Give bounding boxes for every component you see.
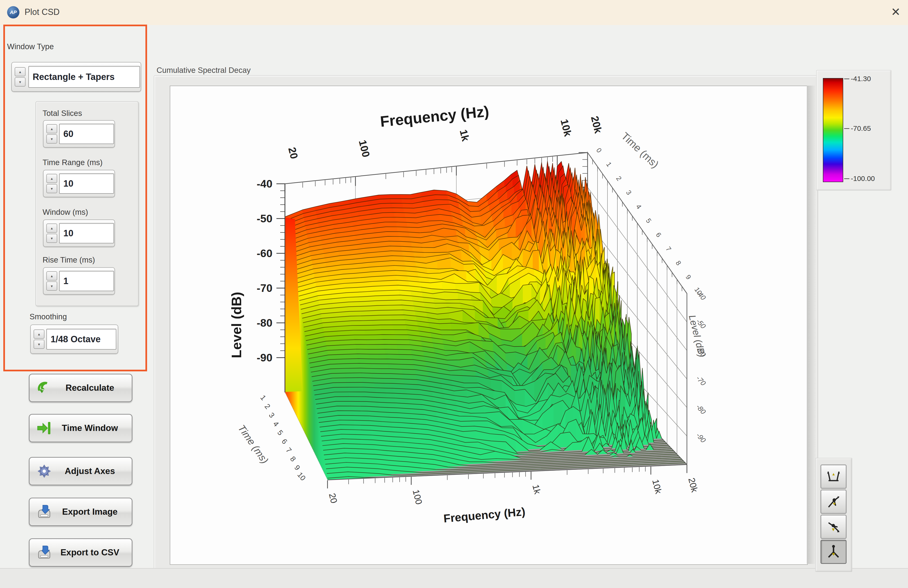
time-tick-label-left: 5 — [276, 429, 285, 437]
frequency-tick-label-front: 20k — [686, 477, 700, 494]
fit-axes-icon — [825, 468, 842, 485]
time-tick-label-right: 5 — [644, 217, 653, 224]
level-tick-label: -60 — [257, 247, 272, 259]
time-tick-label-left: 7 — [284, 446, 293, 454]
rise-time-value[interactable]: 1 — [59, 271, 114, 291]
smoothing-dropdown[interactable]: ▲▼ 1/48 Octave — [30, 324, 118, 354]
export-csv-button[interactable]: Export to CSV — [29, 538, 132, 567]
rise-time-control[interactable]: ▲▼ 1 — [43, 267, 115, 295]
time-axis-title-left: Time (ms) — [236, 423, 271, 466]
total-slices-control[interactable]: ▲▼ 60 — [43, 120, 115, 148]
frequency-tick-label-top: 20k — [589, 115, 604, 135]
colorbar-panel: -41.30 -70.65 -100.00 — [816, 70, 892, 191]
window-type-value[interactable]: Rectangle + Tapers — [28, 66, 140, 88]
time-window-button-label: Time Window — [53, 423, 132, 433]
rotate-view-yx-button[interactable] — [821, 515, 847, 539]
colorbar-max-label: -41.30 — [844, 75, 871, 83]
spin-down-icon[interactable]: ▼ — [46, 184, 57, 193]
frequency-tick-label-top: 100 — [357, 139, 372, 158]
window-type-label: Window Type — [7, 42, 54, 51]
time-tick-label-left: 6 — [280, 437, 289, 446]
time-tick-label-left: 2 — [263, 402, 272, 411]
status-bar — [0, 568, 908, 588]
close-icon[interactable]: ✕ — [888, 4, 903, 19]
window-ms-label: Window (ms) — [43, 208, 88, 217]
frequency-tick-label-front: 10k — [650, 478, 664, 495]
level-tick-label-right: -80 — [695, 403, 707, 416]
total-slices-value[interactable]: 60 — [59, 124, 114, 144]
time-tick-label-right: 6 — [654, 231, 663, 238]
rise-time-label: Rise Time (ms) — [43, 255, 95, 264]
time-tick-label-left: 10 — [296, 471, 307, 482]
rotate-view-xy-button[interactable] — [821, 490, 847, 514]
spin-up-icon[interactable]: ▲ — [46, 224, 57, 233]
frequency-tick-label-top: 1k — [457, 129, 472, 143]
time-range-label: Time Range (ms) — [43, 158, 103, 167]
fit-axes-view-button[interactable] — [821, 464, 847, 489]
frequency-tick-label-top: 10k — [559, 118, 574, 138]
spin-down-icon[interactable]: ▼ — [46, 234, 57, 243]
total-slices-label: Total Slices — [43, 109, 82, 118]
spin-up-icon[interactable]: ▲ — [46, 174, 57, 183]
spin-down-icon[interactable]: ▼ — [46, 134, 57, 143]
title-bar: AP Plot CSD ✕ — [0, 0, 908, 25]
spin-down-icon[interactable]: ▼ — [46, 282, 57, 291]
recalculate-button-label: Recalculate — [53, 383, 132, 393]
window-type-spinner[interactable]: ▲ ▼ — [14, 67, 26, 87]
adjust-axes-button-label: Adjust Axes — [53, 466, 132, 476]
slice-settings-group: Total Slices ▲▼ 60 Time Range (ms) ▲▼ 10… — [35, 101, 138, 306]
level-tick-label: -90 — [257, 351, 272, 364]
colorbar-mid-label: -70.65 — [844, 124, 871, 132]
recalculate-arrow-icon — [36, 379, 53, 396]
export-csv-button-label: Export to CSV — [53, 548, 132, 557]
window-ms-value[interactable]: 10 — [59, 223, 114, 243]
plot-title: Cumulative Spectral Decay — [156, 66, 251, 75]
window-title: Plot CSD — [24, 7, 60, 17]
default-axes-icon — [825, 543, 842, 560]
csd-plot-canvas[interactable]: -40-50-60-70-80-90Level (dB)Frequency (H… — [170, 85, 808, 565]
export-image-button-label: Export Image — [53, 507, 132, 517]
frequency-tick-label-top: 20 — [286, 146, 300, 160]
spin-up-icon[interactable]: ▲ — [46, 124, 57, 134]
time-tick-label-left: 1 — [259, 393, 268, 402]
frequency-axis-title-bottom: Frequency (Hz) — [443, 505, 526, 525]
window-type-dropdown[interactable]: ▲ ▼ Rectangle + Tapers — [11, 62, 141, 92]
time-tick-label-left: 3 — [267, 411, 276, 419]
export-save-icon — [36, 503, 53, 520]
time-tick-label-left: 9 — [293, 463, 302, 472]
rotate-axes-alt-icon — [825, 519, 842, 535]
spin-down-icon[interactable]: ▼ — [14, 77, 26, 87]
time-tick-label-right: 4 — [634, 203, 643, 211]
time-tick-label-left: 8 — [288, 454, 298, 463]
adjust-axes-button[interactable]: Adjust Axes — [29, 457, 132, 485]
export-save-icon — [36, 544, 53, 561]
time-range-value[interactable]: 10 — [59, 173, 114, 194]
time-tick-label-right: 7 — [664, 245, 673, 253]
spin-up-icon[interactable]: ▲ — [46, 271, 57, 280]
frequency-axis-title-top: Frequency (Hz) — [379, 103, 490, 130]
view-toolbar — [815, 458, 852, 572]
level-tick-label-right: -90 — [695, 431, 707, 444]
time-range-control[interactable]: ▲▼ 10 — [43, 170, 115, 197]
level-axis-title: Level (dB) — [229, 292, 244, 358]
time-window-arrow-icon — [36, 420, 53, 437]
smoothing-value[interactable]: 1/48 Octave — [46, 329, 116, 350]
time-window-button[interactable]: Time Window — [29, 414, 132, 442]
rotate-axes-icon — [825, 493, 842, 510]
export-image-button[interactable]: Export Image — [29, 498, 132, 526]
window-ms-control[interactable]: ▲▼ 10 — [43, 219, 115, 247]
smoothing-label: Smoothing — [29, 312, 67, 321]
time-tick-label-right: 9 — [684, 274, 692, 281]
frequency-tick-label-front: 100 — [411, 489, 424, 506]
spin-up-icon[interactable]: ▲ — [34, 329, 45, 339]
time-tick-label-right: 3 — [625, 189, 633, 196]
gear-icon — [36, 462, 53, 480]
app-logo-icon: AP — [7, 6, 19, 18]
level-tick-label: -80 — [257, 317, 272, 329]
level-tick-label-right: -70 — [695, 374, 707, 387]
time-tick-label-right: 0 — [595, 147, 603, 154]
recalculate-button[interactable]: Recalculate — [29, 374, 132, 402]
default-3d-view-button[interactable] — [821, 540, 847, 564]
spin-up-icon[interactable]: ▲ — [14, 67, 26, 76]
spin-down-icon[interactable]: ▼ — [34, 340, 45, 349]
